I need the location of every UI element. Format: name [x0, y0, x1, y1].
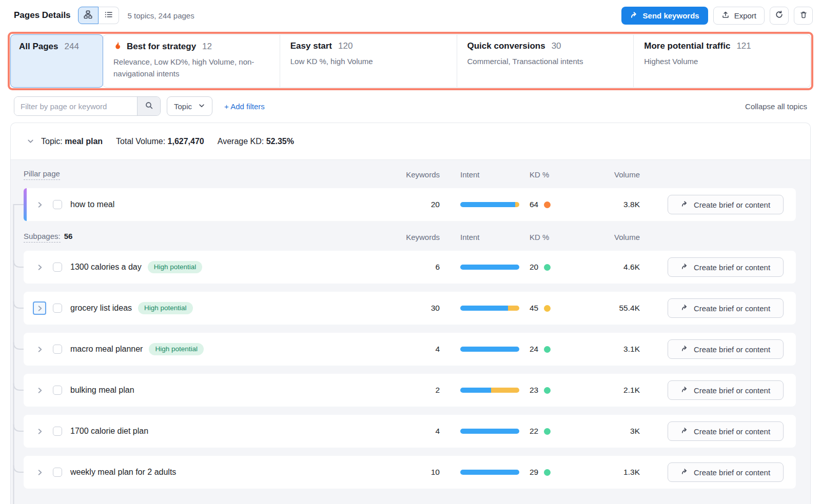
row-checkbox[interactable]: [53, 200, 62, 209]
high-potential-badge: High potential: [149, 343, 204, 355]
expand-row-button[interactable]: [33, 342, 46, 356]
forward-arrow-icon: [681, 427, 689, 436]
topic-card: Topic: meal plan Total Volume: 1,627,470…: [10, 123, 811, 504]
tab-easy-start[interactable]: Easy start 120 Low KD %, high Volume: [280, 35, 457, 87]
tab-best-for-strategy[interactable]: Best for strategy 12 Relevance, Low KD%,…: [103, 35, 280, 87]
create-brief-button[interactable]: Create brief or content: [668, 421, 784, 441]
expand-row-button[interactable]: [33, 198, 46, 211]
volume-value: 1.3K: [581, 468, 640, 477]
list-icon: [104, 10, 113, 21]
kd-difficulty-dot: [544, 305, 551, 312]
table-row: 1300 calories a day High potential 6 20 …: [24, 251, 796, 284]
page-filter-tabs: All Pages 244 Best for strategy 12: [10, 34, 811, 88]
tab-all-pages[interactable]: All Pages 244: [10, 34, 103, 88]
table-row: bulking meal plan 2 23 2.1K Create brief…: [24, 374, 796, 407]
create-brief-button[interactable]: Create brief or content: [668, 195, 784, 214]
kd-value: 24: [530, 345, 540, 354]
tree-view-toggle-button[interactable]: [78, 7, 99, 24]
topic-collapse-chevron-icon[interactable]: [27, 137, 34, 145]
page-name: how to meal: [70, 200, 114, 209]
high-potential-badge: High potential: [148, 261, 203, 273]
expand-row-button[interactable]: [33, 384, 46, 397]
keywords-count: 10: [394, 468, 440, 477]
table-row: weekly meal plan for 2 adults 10 29 1.3K…: [24, 456, 796, 489]
page-title: Pages Details: [14, 10, 71, 21]
row-checkbox[interactable]: [53, 468, 62, 477]
keywords-count: 4: [394, 345, 440, 354]
filter-search: [14, 96, 161, 116]
view-mode-toggle: [78, 7, 119, 24]
forward-arrow-icon: [681, 345, 689, 354]
expand-row-button[interactable]: [33, 301, 46, 315]
topic-name: Topic: meal plan: [41, 137, 103, 146]
create-brief-button[interactable]: Create brief or content: [668, 257, 784, 277]
row-checkbox[interactable]: [53, 427, 62, 436]
create-brief-button[interactable]: Create brief or content: [668, 298, 784, 318]
table-row: 1700 calorie diet plan 4 22 3K Create br…: [24, 415, 796, 448]
forward-arrow-icon: [681, 304, 689, 313]
forward-arrow-icon: [681, 386, 689, 395]
search-icon: [145, 101, 153, 111]
row-checkbox[interactable]: [53, 263, 62, 272]
subpages-table-header: Subpages: 56 Keywords Intent KD % Volume: [24, 231, 796, 243]
topic-filter-dropdown[interactable]: Topic: [167, 96, 212, 116]
kd-difficulty-dot: [544, 387, 551, 394]
kd-value: 23: [530, 386, 540, 395]
export-icon: [721, 11, 730, 21]
intent-bar: [460, 265, 519, 270]
intent-bar: [460, 202, 519, 207]
add-filters-link[interactable]: + Add filters: [224, 102, 265, 111]
tab-more-potential-traffic[interactable]: More potential traffic 121 Highest Volum…: [633, 35, 810, 87]
search-button[interactable]: [137, 97, 160, 115]
pillar-page-column-label: Pillar page: [24, 169, 60, 180]
forward-arrow-icon: [681, 263, 689, 272]
send-arrow-icon: [630, 11, 638, 21]
kd-value: 20: [530, 263, 540, 272]
row-checkbox[interactable]: [53, 304, 62, 313]
intent-bar: [460, 429, 519, 434]
filter-search-input[interactable]: [14, 97, 137, 115]
refresh-button[interactable]: [770, 7, 789, 25]
row-checkbox[interactable]: [53, 345, 62, 354]
pages-table: Pillar page Keywords Intent KD % Volume: [11, 159, 810, 504]
filter-bar: Topic + Add filters Collapse all topics: [14, 96, 807, 116]
intent-column-header: Intent: [460, 233, 519, 241]
volume-value: 3.1K: [581, 345, 640, 354]
volume-value: 55.4K: [581, 304, 640, 313]
list-view-toggle-button[interactable]: [99, 7, 119, 24]
delete-button[interactable]: [794, 7, 813, 25]
trash-icon: [799, 11, 808, 21]
tabs-highlight-annotation: All Pages 244 Best for strategy 12: [8, 32, 813, 90]
forward-arrow-icon: [681, 200, 689, 209]
keywords-column-header: Keywords: [394, 170, 440, 179]
create-brief-button[interactable]: Create brief or content: [668, 339, 784, 359]
pillar-table-header: Pillar page Keywords Intent KD % Volume: [24, 169, 796, 180]
topic-header-row: Topic: meal plan Total Volume: 1,627,470…: [11, 123, 810, 159]
row-checkbox[interactable]: [53, 386, 62, 395]
tab-quick-conversions[interactable]: Quick conversions 30 Commercial, Transac…: [457, 35, 634, 87]
kd-value: 64: [530, 200, 540, 209]
high-potential-badge: High potential: [138, 302, 193, 314]
kd-difficulty-dot: [544, 346, 551, 353]
table-row: grocery list ideas High potential 30 45 …: [24, 292, 796, 325]
intent-bar: [460, 470, 519, 475]
top-toolbar: Pages Details: [0, 0, 821, 31]
kd-difficulty-dot: [544, 264, 551, 271]
kd-difficulty-dot: [544, 201, 551, 208]
expand-row-button[interactable]: [33, 466, 46, 479]
expand-row-button[interactable]: [33, 260, 46, 274]
pillar-row: how to meal 20 64 3.8K: [24, 188, 796, 221]
keywords-count: 6: [394, 263, 440, 272]
create-brief-button[interactable]: Create brief or content: [668, 380, 784, 400]
page-name: 1700 calorie diet plan: [70, 427, 148, 436]
keywords-column-header: Keywords: [394, 233, 440, 241]
expand-row-button[interactable]: [33, 425, 46, 438]
send-keywords-button[interactable]: Send keywords: [621, 7, 708, 25]
export-button[interactable]: Export: [713, 7, 765, 25]
kd-difficulty-dot: [544, 469, 551, 476]
keywords-count: 4: [394, 427, 440, 436]
collapse-all-topics-link[interactable]: Collapse all topics: [745, 102, 807, 111]
create-brief-button[interactable]: Create brief or content: [668, 462, 784, 482]
topic-average-kd: Average KD: 52.35%: [218, 137, 294, 146]
page-name: bulking meal plan: [70, 386, 134, 395]
